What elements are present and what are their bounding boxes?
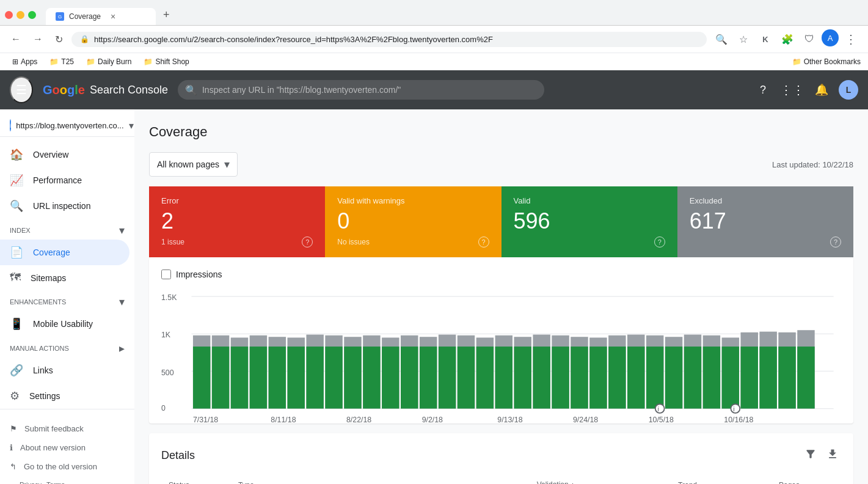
notifications-icon[interactable]: 🔔 [809, 78, 834, 102]
tab-favicon: G [56, 12, 64, 21]
svg-text:10/5/18: 10/5/18 [649, 416, 674, 424]
index-label: Index [10, 227, 31, 234]
shield-icon[interactable]: 🛡 [800, 29, 819, 49]
svg-rect-61 [684, 346, 701, 408]
status-card-warning[interactable]: Valid with warnings 0 No issues ? [325, 186, 501, 257]
sidebar-item-coverage[interactable]: 📄 Coverage [0, 240, 129, 265]
impressions-checkbox[interactable] [161, 270, 171, 279]
bookmark-daily-burn[interactable]: 📁 Daily Burn [81, 56, 136, 68]
maximize-button[interactable] [28, 11, 36, 19]
url-inspection-search[interactable]: 🔍 [178, 80, 544, 100]
new-tab-button[interactable]: + [156, 5, 177, 25]
validation-column-header[interactable]: Validation ↑ [530, 475, 671, 484]
header-actions: ? ⋮⋮ 🔔 L [751, 78, 858, 102]
warning-card-value: 0 [337, 208, 489, 234]
warning-help-icon[interactable]: ? [478, 237, 489, 248]
navigation-bar: ← → ↻ 🔒 https://search.google.com/u/2/se… [0, 25, 868, 53]
terms-link[interactable]: Terms [46, 481, 65, 484]
sidebar-item-url-inspection[interactable]: 🔍 URL inspection [0, 193, 129, 219]
footer-links: Privacy Terms [10, 476, 125, 484]
svg-text:500: 500 [161, 369, 174, 377]
bookmark-t25[interactable]: 📁 T25 [45, 56, 79, 68]
sidebar-item-performance[interactable]: 📈 Performance [0, 167, 129, 193]
address-bar[interactable]: 🔒 https://search.google.com/u/2/search-c… [71, 32, 707, 47]
sidebar-item-overview[interactable]: 🏠 Overview [0, 142, 129, 167]
svg-rect-49 [571, 346, 588, 408]
extension-icon[interactable]: 🧩 [778, 29, 797, 49]
mobile-usability-icon: 📱 [10, 317, 23, 331]
enhancements-collapse-icon[interactable]: ▾ [119, 295, 125, 309]
excluded-help-icon[interactable]: ? [830, 237, 841, 248]
tab-close-button[interactable]: × [111, 12, 115, 21]
svg-rect-63 [703, 346, 720, 408]
page-title: Coverage [149, 124, 853, 140]
svg-rect-11 [212, 346, 229, 408]
valid-help-icon[interactable]: ? [654, 237, 665, 248]
svg-rect-55 [627, 346, 644, 408]
svg-text:9/2/18: 9/2/18 [422, 416, 443, 424]
status-card-excluded[interactable]: Excluded 617 ? [677, 186, 853, 257]
svg-point-82 [655, 404, 665, 413]
warning-sub-text: No issues [337, 238, 370, 246]
bookmark-apps[interactable]: ⊞ Apps [7, 56, 42, 68]
svg-rect-69 [759, 346, 776, 408]
search-browser-icon[interactable]: 🔍 [712, 29, 731, 49]
error-card-value: 2 [161, 208, 313, 234]
submit-feedback-label: Submit feedback [24, 424, 84, 433]
manual-actions-label: Manual actions [10, 345, 69, 352]
other-bookmarks[interactable]: 📁 Other Bookmarks [792, 57, 861, 66]
error-card-sub: 1 issue ? [161, 237, 313, 248]
privacy-link[interactable]: Privacy [20, 481, 42, 484]
filter-dropdown[interactable]: All known pages ▾ [149, 152, 238, 177]
details-container: Details Status Type [149, 433, 853, 484]
download-table-button[interactable] [824, 446, 841, 466]
status-card-error[interactable]: Error 2 1 issue ? [149, 186, 325, 257]
details-actions [802, 446, 841, 466]
menu-dots-icon[interactable]: ⋮ [841, 29, 861, 49]
chart-header: Impressions [161, 270, 841, 279]
active-tab[interactable]: G Coverage × [46, 8, 156, 25]
refresh-button[interactable]: ↻ [51, 31, 67, 48]
forward-button[interactable]: → [29, 31, 46, 47]
svg-rect-41 [495, 346, 512, 408]
svg-text:1K: 1K [161, 331, 171, 340]
user-avatar[interactable]: A [822, 29, 839, 46]
url-search-input[interactable] [178, 80, 544, 100]
submit-feedback-item[interactable]: ⚑ Submit feedback [10, 419, 125, 438]
sidebar-footer: ⚑ Submit feedback ℹ About new version ↰ … [0, 409, 134, 484]
bookmark-star-icon[interactable]: ☆ [734, 29, 753, 49]
other-bookmarks-label: Other Bookmarks [804, 57, 861, 66]
status-card-valid[interactable]: Valid 596 ? [501, 186, 677, 257]
sidebar-item-links[interactable]: 🔗 Links [0, 358, 129, 383]
site-selector[interactable]: i https://blog.twentyoverten.co... ▾ [0, 114, 134, 137]
profile-k-icon[interactable]: K [756, 29, 775, 49]
close-button[interactable] [5, 11, 13, 19]
apps-grid-icon[interactable]: ⋮⋮ [780, 78, 804, 102]
sidebar-toggle-button[interactable]: ☰ [10, 76, 33, 103]
filter-label: All known pages [157, 160, 219, 169]
about-new-version-label: About new version [20, 443, 86, 452]
filter-icon [804, 448, 817, 460]
help-icon[interactable]: ? [751, 78, 775, 102]
about-new-version-item[interactable]: ℹ About new version [10, 438, 125, 457]
manual-actions-collapse-icon[interactable]: ▸ [119, 342, 125, 355]
sidebar-item-settings[interactable]: ⚙ Settings [0, 383, 129, 409]
bookmark-shift-shop[interactable]: 📁 Shift Shop [139, 56, 194, 68]
filter-table-button[interactable] [802, 446, 819, 466]
go-to-old-version-label: Go to the old version [24, 462, 97, 471]
daily-burn-folder-icon: 📁 [86, 57, 95, 66]
excluded-card-sub: ? [690, 237, 841, 248]
error-help-icon[interactable]: ? [302, 237, 313, 248]
download-icon [826, 448, 839, 460]
pages-column-header: Pages [771, 475, 841, 484]
sidebar-item-mobile-usability[interactable]: 📱 Mobile Usability [0, 311, 129, 337]
coverage-icon: 📄 [10, 246, 23, 259]
filter-bar: All known pages ▾ Last updated: 10/22/18 [149, 152, 853, 177]
sidebar-item-sitemaps[interactable]: 🗺 Sitemaps [0, 265, 129, 290]
minimize-button[interactable] [16, 11, 24, 19]
go-to-old-version-item[interactable]: ↰ Go to the old version [10, 457, 125, 476]
back-button[interactable]: ← [7, 31, 24, 47]
user-profile-avatar[interactable]: L [839, 80, 858, 100]
index-collapse-icon[interactable]: ▾ [119, 224, 125, 237]
settings-label: Settings [29, 391, 60, 401]
